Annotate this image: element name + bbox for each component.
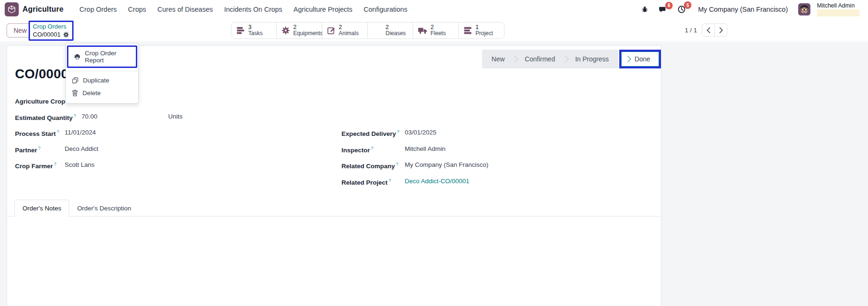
activities-badge: 5	[684, 1, 691, 9]
field-value[interactable]: Deco Addict	[65, 145, 98, 152]
activities-button[interactable]: 5	[674, 3, 690, 15]
user-menu[interactable]: Mitchell Admin	[817, 2, 860, 16]
dieases-label: Dieases	[386, 30, 406, 37]
help-icon: ?	[54, 161, 56, 166]
field-process-start: Process Start? 11/01/2024	[15, 129, 334, 145]
pager-previous-button[interactable]	[702, 23, 715, 37]
breadcrumb-highlight-box: Crop Orders CO/00001	[29, 21, 74, 41]
smart-button-animals[interactable]: 2Animals	[322, 22, 368, 38]
company-switcher[interactable]: My Company (San Francisco)	[698, 6, 788, 13]
menu-item-duplicate[interactable]: Duplicate	[66, 74, 138, 87]
field-value[interactable]: Scott Lans	[65, 161, 95, 168]
pager-value: 1 / 1	[685, 27, 697, 34]
help-icon: ?	[371, 145, 373, 150]
smart-button-fleets[interactable]: 2Fleets	[413, 22, 459, 38]
field-units-suffix: Units	[168, 113, 183, 120]
field-crop-farmer: Crop Farmer? Scott Lans	[15, 161, 334, 178]
menu-item-label: Delete	[82, 90, 101, 97]
debug-bug-button[interactable]	[638, 4, 652, 15]
tab-orders-notes[interactable]: Order's Notes	[15, 200, 69, 216]
field-label: Related Project?	[341, 178, 405, 186]
field-estimated-quantity: Estimated Quantity? 70.00 Units	[15, 113, 334, 129]
menu-divider	[66, 71, 138, 71]
field-inspector: Inspector? Mitchell Admin	[341, 145, 651, 162]
menu-cures-of-diseases[interactable]: Cures of Diseases	[152, 0, 218, 19]
menu-item-label: Duplicate	[83, 77, 109, 84]
smart-button-project[interactable]: 1Project	[459, 22, 504, 38]
pager: 1 / 1	[685, 23, 727, 37]
breadcrumb-parent-link[interactable]: Crop Orders	[33, 23, 69, 30]
field-label: Related Company?	[341, 161, 405, 170]
duplicate-icon	[72, 77, 79, 84]
actions-gear-button[interactable]	[63, 31, 69, 38]
field-value[interactable]: 70.00	[82, 113, 97, 120]
field-agriculture-crop: Agriculture Crop? Wheat	[15, 97, 334, 113]
app-name[interactable]: Agriculture	[22, 5, 64, 14]
statusbar-step-in-progress[interactable]: In Progress	[566, 55, 618, 63]
fields-right-column: Expected Delivery? 03/01/2025 Inspector?…	[341, 129, 651, 194]
navbar-systray: 6 5 My Company (San Francisco) Mitchell …	[638, 2, 868, 16]
report-highlight-box: Crop Order Report	[67, 45, 137, 68]
field-label: Crop Farmer?	[15, 161, 65, 170]
messages-button[interactable]: 6	[655, 4, 671, 15]
statusbar-step-confirmed[interactable]: Confirmed	[515, 55, 564, 63]
gear-icon	[282, 26, 290, 35]
statusbar-steps: New Confirmed In Progress	[482, 50, 618, 68]
print-icon	[74, 53, 81, 60]
top-navbar: Agriculture Crop Orders Crops Cures of D…	[0, 0, 868, 19]
help-icon: ?	[397, 129, 399, 134]
help-icon: ?	[38, 145, 40, 150]
fleets-label: Fleets	[430, 30, 446, 37]
field-value[interactable]: Mitchell Admin	[405, 145, 445, 152]
chevron-left-icon	[706, 27, 711, 33]
menu-configurations[interactable]: Configurations	[358, 0, 413, 19]
smart-button-bar: 3Tasks 2Equipments 2Animals 2Dieases 2Fl…	[231, 22, 504, 39]
bug-icon	[641, 6, 648, 13]
statusbar: New Confirmed In Progress Done	[482, 50, 661, 68]
help-icon: ?	[74, 113, 76, 118]
tab-orders-description[interactable]: Order's Description	[69, 200, 139, 216]
done-highlight-box: Done	[619, 50, 661, 68]
menu-agriculture-projects[interactable]: Agriculture Projects	[288, 0, 358, 19]
field-partner: Partner? Deco Addict	[15, 145, 334, 162]
pager-next-button[interactable]	[714, 23, 727, 37]
related-project-link[interactable]: Deco Addict-CO/00001	[405, 178, 469, 185]
messages-badge: 6	[665, 2, 673, 9]
menu-item-label: Crop Order Report	[85, 50, 130, 64]
field-label: Estimated Quantity?	[15, 113, 82, 121]
menu-crop-orders[interactable]: Crop Orders	[74, 0, 123, 19]
screen: Agriculture Crop Orders Crops Cures of D…	[0, 0, 868, 306]
smart-button-dieases[interactable]: 2Dieases	[368, 22, 413, 38]
smart-button-tasks[interactable]: 3Tasks	[231, 22, 277, 38]
statusbar-step-new[interactable]: New	[482, 55, 514, 63]
menu-incidents-on-crops[interactable]: Incidents On Crops	[218, 0, 288, 19]
control-panel: New Crop Orders CO/00001 3Tasks 2Equipme…	[0, 19, 868, 42]
agriculture-app-icon[interactable]	[5, 2, 19, 16]
menu-crops[interactable]: Crops	[122, 0, 152, 19]
field-related-project: Related Project? Deco Addict-CO/00001	[341, 178, 651, 194]
user-avatar[interactable]	[798, 3, 810, 15]
cube-icon	[7, 5, 16, 14]
field-value[interactable]: 11/01/2024	[65, 129, 96, 136]
field-expected-delivery: Expected Delivery? 03/01/2025	[341, 129, 651, 145]
user-name-highlight	[817, 9, 860, 16]
smart-button-equipments[interactable]: 2Equipments	[277, 22, 322, 38]
tasks-label: Tasks	[248, 30, 263, 37]
help-icon: ?	[388, 178, 391, 183]
statusbar-step-done[interactable]: Done	[621, 52, 659, 67]
actions-dropdown-menu: Crop Order Report Duplicate Delete	[66, 43, 139, 104]
help-icon: ?	[57, 129, 59, 134]
layers-icon	[463, 27, 472, 35]
fields-left-column: Agriculture Crop? Wheat Estimated Quanti…	[15, 97, 334, 178]
field-label: Inspector?	[341, 145, 405, 154]
truck-icon	[418, 27, 427, 34]
field-value[interactable]: 03/01/2025	[405, 129, 437, 136]
notebook-tabs: Order's Notes Order's Description	[7, 200, 661, 216]
user-name: Mitchell Admin	[817, 2, 860, 9]
field-value[interactable]: My Company (San Francisco)	[405, 161, 489, 168]
menu-item-delete[interactable]: Delete	[66, 87, 138, 99]
equipments-label: Equipments	[293, 30, 323, 37]
field-related-company: Related Company? My Company (San Francis…	[341, 161, 651, 178]
menu-item-crop-order-report[interactable]: Crop Order Report	[68, 47, 136, 67]
gear-icon	[63, 31, 69, 38]
